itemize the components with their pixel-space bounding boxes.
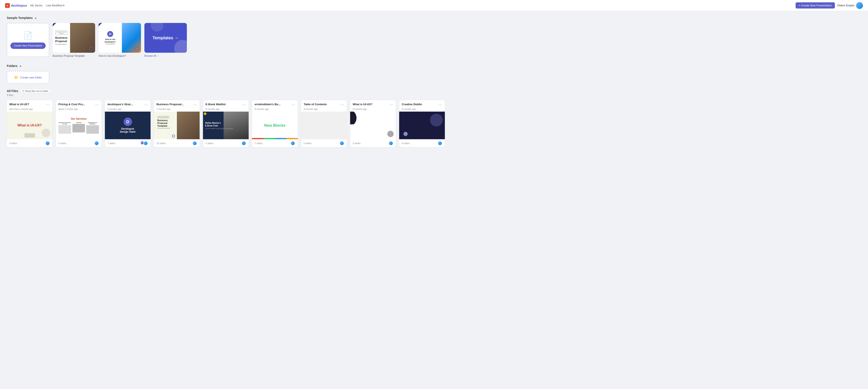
deck-thumbnail: Stefan Marine'sE-Book Club Join the wait… xyxy=(203,112,249,139)
deck-thumbnail: What is UI-UX? xyxy=(7,112,53,139)
deck-thumb-img: Stefan Marine'sE-Book Club Join the wait… xyxy=(203,112,249,139)
chevron-down-icon: ▾ xyxy=(63,4,65,7)
deck-thumbnail: New Blocks xyxy=(252,112,298,139)
deck-time: 8 months ago xyxy=(203,108,249,112)
deck-card[interactable]: Creative Dublin ⋯ 9 months ago 8 slides xyxy=(399,100,445,147)
deck-title: decktopus's Strat... xyxy=(107,103,133,106)
deck-card[interactable]: eriskindidem's Bu... ⋯ 8 months ago New … xyxy=(252,100,298,147)
template-thumb-browse: Templates → xyxy=(144,23,187,53)
create-card-button[interactable]: Create New Presentation xyxy=(10,43,45,49)
nav-my-decks[interactable]: My Decks xyxy=(30,4,42,7)
deck-card[interactable]: What is UI-UX? ⋯ 8 months ago 9 slides xyxy=(350,100,396,147)
deck-more-button[interactable]: ⋯ xyxy=(390,103,393,107)
all-files-title: All Files xyxy=(7,89,18,93)
deck-thumb-img: What is UI-UX? xyxy=(7,112,53,139)
htu-thumb: D How to use Decktopus? A quick guide xyxy=(98,23,141,53)
deck-card[interactable]: Business Proposal... ⋯ 7 months ago PLAC… xyxy=(154,100,199,147)
deck-avatars xyxy=(340,141,344,146)
filter-icon: ⊙ xyxy=(22,89,24,92)
deck-card-header: decktopus's Strat... ⋯ xyxy=(105,100,151,108)
deck-avatars xyxy=(94,141,99,146)
folders-header[interactable]: Folders ▲ xyxy=(7,64,861,67)
deck-avatar xyxy=(340,141,344,146)
create-card-inner: 📄 Create New Presentation xyxy=(10,31,45,49)
create-new-card[interactable]: 📄 Create New Presentation xyxy=(7,23,49,57)
avatar-image xyxy=(856,2,863,9)
browse-text: Templates → xyxy=(153,35,179,40)
deck-thumb-img xyxy=(399,112,445,139)
main-content: Sample Templates ▲ 📄 Create New Presenta… xyxy=(0,11,868,152)
deck-card-header: eriskindidem's Bu... ⋯ xyxy=(252,100,298,108)
template-card-browse-all[interactable]: Templates → Browse All → xyxy=(144,23,187,57)
deck-time: 8 months ago xyxy=(252,108,298,112)
deck-footer: 8 slides xyxy=(399,139,445,147)
sort-button[interactable]: Last Modified ▾ xyxy=(46,4,65,7)
all-files-section: All Files ⊙ Show files not in folder 9 f… xyxy=(7,89,861,147)
deck-more-button[interactable]: ⋯ xyxy=(144,103,148,107)
deck-thumbnail xyxy=(399,112,445,139)
browse-all-link[interactable]: Browse All → xyxy=(144,54,187,57)
deck-more-button[interactable]: ⋯ xyxy=(242,103,246,107)
template-thumb-bp: PLACE YOUR LOGO BusinessProposal for [Cl… xyxy=(53,23,95,53)
template-label-bp: Business Proposal Template xyxy=(53,54,95,57)
deck-thumbnail xyxy=(350,112,396,139)
deck-more-button[interactable]: ⋯ xyxy=(95,103,99,107)
deck-card[interactable]: What is UI-UX? ⋯ less than a minute ago … xyxy=(7,100,53,147)
presentation-illustration: 📄 xyxy=(23,31,33,40)
deck-title: Creative Dublin xyxy=(402,103,422,106)
deck-more-button[interactable]: ⋯ xyxy=(340,103,344,107)
deck-avatar xyxy=(94,141,99,146)
template-card-business-proposal[interactable]: PLACE YOUR LOGO BusinessProposal for [Cl… xyxy=(53,23,95,57)
deck-footer: 7 slides 1+ xyxy=(105,139,151,147)
deck-footer: 9 slides xyxy=(350,139,396,147)
deck-avatar xyxy=(438,141,442,146)
deck-grid: What is UI-UX? ⋯ less than a minute ago … xyxy=(7,100,861,147)
template-label-htu: How to Use Decktopus? xyxy=(98,54,141,57)
header-right: + Create New Presentation Didem Erişkin xyxy=(796,2,863,9)
user-area[interactable]: Didem Erişkin xyxy=(837,2,863,9)
htu-logo: D xyxy=(107,31,113,37)
deck-avatars: 1+ xyxy=(141,141,148,146)
deck-slides-count: 9 slides xyxy=(9,142,17,144)
deck-more-button[interactable]: ⋯ xyxy=(193,103,197,107)
header-left: d decktopus My Decks Last Modified ▾ xyxy=(5,3,65,8)
bp-title: BusinessProposal xyxy=(55,36,67,43)
deck-thumb-img: New Blocks xyxy=(252,112,298,139)
deck-thumbnail: D DecktopusDesign Team xyxy=(105,112,151,139)
logo[interactable]: d decktopus xyxy=(5,3,27,8)
deck-card[interactable]: Table of Contents ⋯ 8 months ago 5 slide… xyxy=(301,100,347,147)
deck-more-button[interactable]: ⋯ xyxy=(438,103,442,107)
create-folder-label: Create new folder xyxy=(20,76,42,79)
deck-time: about 1 month ago xyxy=(56,108,101,112)
deck-more-button[interactable]: ⋯ xyxy=(46,103,50,107)
create-folder-button[interactable]: 📁 Create new folder xyxy=(7,71,49,84)
htu-circle-decoration xyxy=(135,47,139,51)
chevron-up-icon: ▲ xyxy=(34,17,37,19)
deck-time: 8 months ago xyxy=(301,108,347,112)
deck-card[interactable]: E-Book Waitlist ⋯ 8 months ago Stefan Ma… xyxy=(203,100,249,147)
deck-slides-count: 5 slides xyxy=(304,142,311,144)
deck-footer: 7 slides xyxy=(252,139,298,147)
deck-more-button[interactable]: ⋯ xyxy=(291,103,295,107)
deck-card[interactable]: decktopus's Strat... ⋯ 3 months ago D De… xyxy=(105,100,151,147)
deck-time: less than a minute ago xyxy=(7,108,53,112)
sample-templates-header[interactable]: Sample Templates ▲ xyxy=(7,16,861,20)
deck-avatar xyxy=(389,141,393,146)
deck-time: 9 months ago xyxy=(399,108,445,112)
avatar xyxy=(856,2,863,9)
deck-footer: 5 slides xyxy=(301,139,347,147)
deck-footer: 6 slides xyxy=(56,139,101,147)
deck-title: Table of Contents xyxy=(304,103,327,106)
files-count: 9 files xyxy=(7,94,861,97)
deck-footer: 16 slides xyxy=(154,139,199,147)
deck-title: eriskindidem's Bu... xyxy=(255,103,280,106)
deck-title: What is UI-UX? xyxy=(353,103,372,106)
bp-subtitle: for [Client Name] xyxy=(55,44,67,45)
create-presentation-button[interactable]: + Create New Presentation xyxy=(796,2,835,8)
deck-card-header: Creative Dublin ⋯ xyxy=(399,100,445,108)
template-card-how-to-use[interactable]: D How to use Decktopus? A quick guide Ho… xyxy=(98,23,141,57)
htu-sub: A quick guide xyxy=(106,43,115,45)
deck-card[interactable]: Pricing & Cost Pro... ⋯ about 1 month ag… xyxy=(56,100,101,147)
deck-thumb-img xyxy=(301,112,347,139)
files-filter-button[interactable]: ⊙ Show files not in folder xyxy=(20,89,51,93)
